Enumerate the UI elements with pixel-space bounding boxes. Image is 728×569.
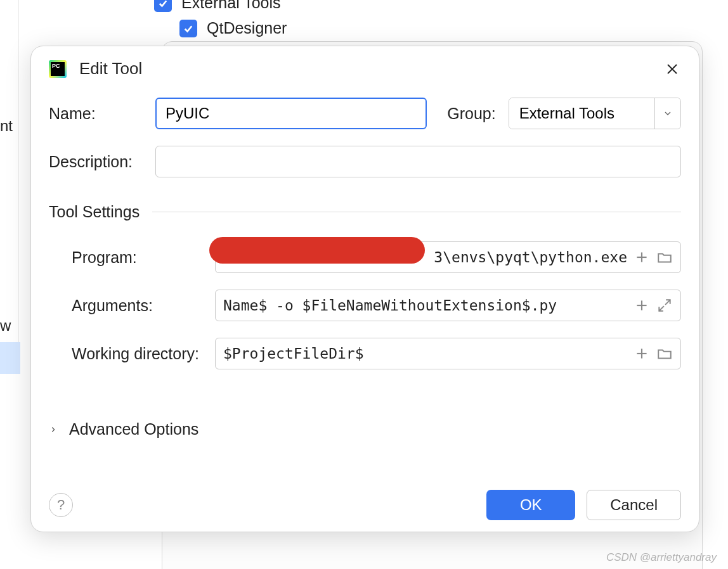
ok-button[interactable]: OK [486, 490, 575, 520]
sidebar-highlight [0, 342, 20, 374]
checkbox-icon[interactable] [154, 0, 172, 12]
bg-parent-label: External Tools [181, 0, 281, 12]
tool-settings-header: Tool Settings [49, 203, 681, 221]
plus-icon[interactable] [634, 345, 650, 362]
tool-settings-title: Tool Settings [49, 203, 140, 221]
expand-icon[interactable] [656, 297, 673, 314]
arguments-input-wrap [215, 290, 681, 321]
name-input[interactable] [155, 98, 427, 129]
advanced-options-label: Advanced Options [69, 420, 198, 438]
program-input-wrap [215, 241, 681, 273]
plus-icon[interactable] [634, 297, 650, 314]
bg-child-checkbox-row: QtDesigner [179, 19, 287, 37]
working-dir-row: Working directory: [49, 338, 681, 369]
working-dir-input[interactable] [223, 345, 627, 362]
arguments-label: Arguments: [49, 297, 207, 315]
description-row: Description: [49, 146, 681, 177]
plus-icon[interactable] [634, 249, 650, 265]
background-sidebar: nt w [0, 0, 19, 374]
divider [152, 212, 681, 212]
dialog-title: Edit Tool [79, 59, 651, 79]
folder-icon[interactable] [656, 249, 673, 265]
working-dir-label: Working directory: [49, 345, 207, 363]
advanced-options-toggle[interactable]: Advanced Options [49, 420, 681, 438]
dialog-header: PC Edit Tool [31, 46, 699, 91]
name-row: Name: Group: External Tools [49, 98, 681, 129]
folder-icon[interactable] [656, 345, 673, 362]
svg-line-6 [665, 300, 670, 305]
description-label: Description: [49, 153, 148, 171]
dialog-body: Name: Group: External Tools Description:… [31, 91, 699, 438]
program-row: Program: [49, 241, 681, 273]
redaction-bar [209, 237, 425, 264]
sidebar-partial-text: w [0, 317, 11, 335]
group-select-value: External Tools [509, 98, 654, 129]
bg-parent-checkbox-row: External Tools [154, 0, 281, 12]
arguments-input[interactable] [223, 297, 627, 314]
help-button[interactable]: ? [49, 493, 73, 517]
chevron-down-icon[interactable] [654, 98, 680, 129]
watermark: CSDN @arriettyandray [606, 551, 717, 564]
close-icon[interactable] [663, 60, 681, 78]
pycharm-icon: PC [49, 60, 67, 78]
sidebar-partial-text: nt [0, 117, 13, 135]
edit-tool-dialog: PC Edit Tool Name: Group: External Tools… [30, 46, 699, 532]
bg-child-label: QtDesigner [207, 19, 287, 37]
chevron-right-icon [49, 425, 58, 434]
working-dir-input-wrap [215, 338, 681, 369]
arguments-row: Arguments: [49, 290, 681, 321]
description-input[interactable] [155, 146, 681, 177]
group-label: Group: [447, 105, 495, 123]
dialog-footer: ? OK Cancel [49, 490, 681, 520]
checkbox-icon[interactable] [179, 20, 197, 37]
name-label: Name: [49, 105, 148, 123]
cancel-button[interactable]: Cancel [587, 490, 681, 520]
svg-line-7 [659, 306, 664, 311]
group-select[interactable]: External Tools [509, 98, 681, 129]
program-label: Program: [49, 248, 207, 267]
